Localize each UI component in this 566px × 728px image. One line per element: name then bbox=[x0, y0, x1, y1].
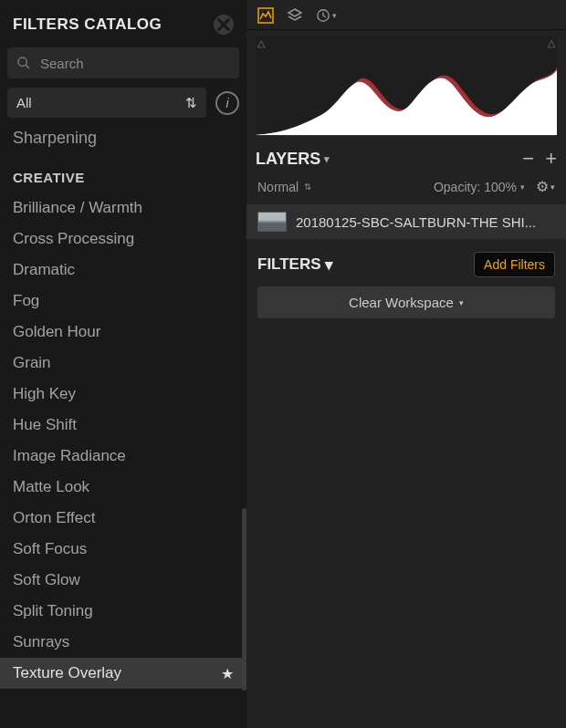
filter-label: Brilliance / Warmth bbox=[13, 199, 142, 217]
layer-thumbnail bbox=[257, 212, 287, 232]
filter-item-truncated[interactable]: Sharpening bbox=[0, 125, 246, 157]
add-filters-button[interactable]: Add Filters bbox=[474, 252, 555, 277]
shadow-clip-indicator[interactable]: △ bbox=[257, 37, 265, 49]
filter-label: Image Radiance bbox=[13, 447, 126, 465]
chevron-down-icon: ▾ bbox=[325, 255, 333, 275]
right-panel: ▾ △ △ LAYERS ▾ − + Normal ⇅ Opacity: 100… bbox=[246, 0, 566, 728]
layers-header: LAYERS ▾ − + bbox=[246, 140, 566, 174]
filter-item[interactable]: Grain bbox=[0, 348, 246, 379]
filter-label: Sunrays bbox=[13, 633, 69, 651]
filter-label: Soft Glow bbox=[13, 571, 80, 589]
filters-catalog-panel: FILTERS CATALOG All ⇅ i Sharpening CREAT… bbox=[0, 0, 246, 728]
history-button[interactable]: ▾ bbox=[316, 7, 337, 24]
filter-item[interactable]: Brilliance / Warmth bbox=[0, 192, 246, 224]
layers-view-button[interactable] bbox=[287, 7, 303, 24]
filter-item[interactable]: Image Radiance bbox=[0, 441, 246, 472]
layers-icon bbox=[287, 7, 303, 24]
gear-icon: ⚙ bbox=[536, 178, 549, 195]
close-icon bbox=[214, 15, 234, 35]
sort-icon: ⇅ bbox=[304, 183, 311, 191]
filter-item[interactable]: Cross Processing bbox=[0, 224, 246, 255]
layer-name: 20180125-SBC-SALTBURN-THE SHI... bbox=[296, 214, 536, 230]
filter-item[interactable]: Orton Effect bbox=[0, 503, 246, 534]
filter-item[interactable]: High Key bbox=[0, 379, 246, 410]
close-panel-button[interactable] bbox=[214, 15, 234, 35]
info-icon: i bbox=[225, 96, 228, 110]
top-toolbar: ▾ bbox=[246, 0, 566, 30]
filter-item[interactable]: Soft Focus bbox=[0, 534, 246, 565]
filter-item[interactable]: Sunrays bbox=[0, 627, 246, 658]
sort-icon: ⇅ bbox=[185, 99, 197, 107]
svg-point-2 bbox=[18, 57, 26, 66]
panel-title: FILTERS CATALOG bbox=[13, 16, 162, 34]
svg-line-3 bbox=[26, 65, 29, 68]
history-icon bbox=[316, 8, 330, 23]
panel-header: FILTERS CATALOG bbox=[0, 0, 246, 44]
favorite-star-icon[interactable]: ★ bbox=[221, 665, 234, 682]
opacity-dropdown[interactable]: Opacity: 100% ▾ bbox=[434, 180, 525, 194]
filters-title[interactable]: FILTERS ▾ bbox=[257, 255, 333, 275]
filter-item[interactable]: Texture Overlay★ bbox=[0, 658, 246, 689]
chevron-down-icon: ▾ bbox=[520, 182, 525, 192]
filter-item[interactable]: Soft Glow bbox=[0, 565, 246, 596]
remove-layer-button[interactable]: − bbox=[522, 147, 534, 171]
filter-label: Cross Processing bbox=[13, 230, 134, 248]
info-button[interactable]: i bbox=[215, 91, 239, 115]
filter-label: High Key bbox=[13, 385, 76, 403]
clear-workspace-button[interactable]: Clear Workspace ▾ bbox=[257, 286, 555, 318]
histogram-icon bbox=[257, 7, 274, 24]
filter-label: Dramatic bbox=[13, 261, 75, 279]
histogram-curves bbox=[256, 62, 557, 135]
filter-item[interactable]: Golden Hour bbox=[0, 317, 246, 348]
filters-list[interactable]: Sharpening CREATIVE Brilliance / WarmthC… bbox=[0, 125, 246, 728]
svg-marker-5 bbox=[288, 9, 301, 16]
layer-settings-button[interactable]: ⚙ ▾ bbox=[536, 178, 555, 195]
filter-label: Grain bbox=[13, 354, 51, 372]
filter-label: Orton Effect bbox=[13, 509, 95, 527]
layers-controls: − + bbox=[522, 147, 557, 171]
filter-item[interactable]: Dramatic bbox=[0, 255, 246, 286]
filter-item[interactable]: Matte Look bbox=[0, 472, 246, 503]
filter-label: Golden Hour bbox=[13, 323, 100, 341]
search-input[interactable] bbox=[40, 56, 230, 71]
highlight-clip-indicator[interactable]: △ bbox=[548, 37, 555, 49]
filter-label: Split Toning bbox=[13, 602, 93, 620]
filters-header: FILTERS ▾ Add Filters bbox=[246, 248, 566, 286]
chevron-down-icon: ▾ bbox=[324, 153, 330, 165]
layer-item[interactable]: 20180125-SBC-SALTBURN-THE SHI... bbox=[246, 204, 566, 239]
chevron-down-icon: ▾ bbox=[550, 182, 555, 192]
scrollbar-thumb[interactable] bbox=[242, 508, 246, 691]
filter-label: Texture Overlay bbox=[13, 664, 121, 682]
filter-label: Matte Look bbox=[13, 478, 89, 496]
filter-label: Soft Focus bbox=[13, 540, 87, 558]
layers-title[interactable]: LAYERS ▾ bbox=[256, 150, 330, 169]
category-value: All bbox=[16, 95, 32, 110]
filter-item[interactable]: Hue Shift bbox=[0, 410, 246, 441]
category-dropdown[interactable]: All ⇅ bbox=[7, 88, 206, 118]
blend-mode-dropdown[interactable]: Normal ⇅ bbox=[257, 180, 311, 194]
filter-item[interactable]: Fog bbox=[0, 286, 246, 317]
search-icon bbox=[16, 55, 31, 71]
chevron-down-icon: ▾ bbox=[332, 11, 337, 20]
category-row: All ⇅ i bbox=[0, 88, 246, 125]
filter-label: Hue Shift bbox=[13, 416, 77, 434]
section-header-creative: CREATIVE bbox=[0, 157, 246, 192]
search-input-container[interactable] bbox=[7, 47, 239, 78]
add-layer-button[interactable]: + bbox=[545, 147, 557, 171]
chevron-down-icon: ▾ bbox=[459, 298, 464, 307]
blend-row: Normal ⇅ Opacity: 100% ▾ ⚙ ▾ bbox=[246, 174, 566, 204]
histogram[interactable]: △ △ bbox=[256, 36, 557, 136]
filter-item[interactable]: Split Toning bbox=[0, 596, 246, 627]
histogram-view-button[interactable] bbox=[257, 7, 274, 24]
filter-label: Fog bbox=[13, 292, 39, 310]
